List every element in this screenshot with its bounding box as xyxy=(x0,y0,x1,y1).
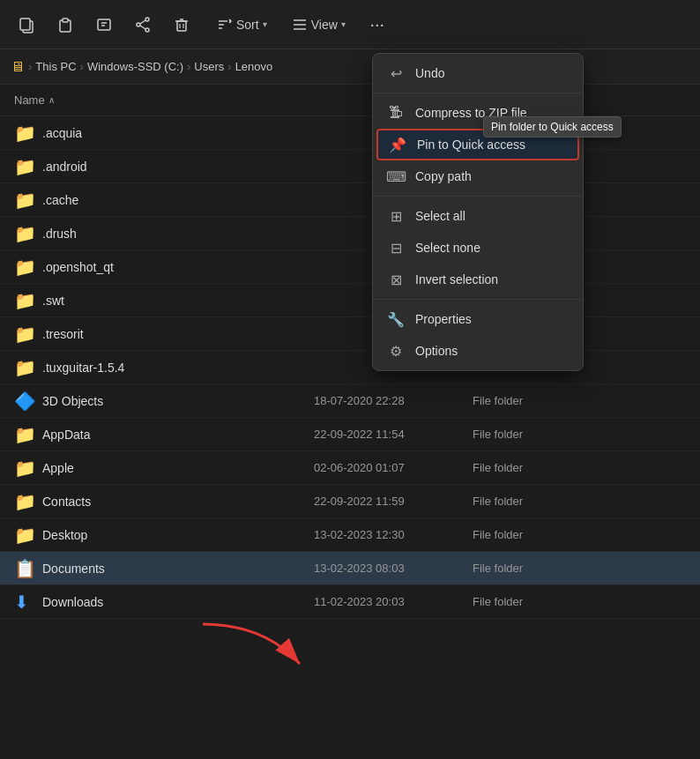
file-name-cell: 📁 Contacts xyxy=(14,491,314,512)
rename-button[interactable] xyxy=(88,9,120,41)
menu-label-pin: Pin to Quick access xyxy=(417,138,525,152)
toolbar: Sort ▾ View ▾ ··· xyxy=(0,0,700,49)
file-type: File folder xyxy=(473,528,686,541)
file-type: File folder xyxy=(473,394,686,407)
sort-label: Sort xyxy=(236,18,259,32)
file-name-cell: 📁 .openshot_qt xyxy=(14,257,314,278)
svg-rect-4 xyxy=(98,19,110,30)
file-name-cell: 📁 Desktop xyxy=(14,525,314,546)
breadcrumb-windows-ssd[interactable]: Windows-SSD (C:) xyxy=(87,60,183,73)
more-options-button[interactable]: ··· xyxy=(361,9,393,41)
file-name-cell: 📁 AppData xyxy=(14,424,314,445)
file-name-cell: 📁 .swt xyxy=(14,290,314,311)
file-name-cell: 🔷 3D Objects xyxy=(14,391,314,412)
context-menu: ↩Undo🗜Compress to ZIP file📌Pin to Quick … xyxy=(372,53,584,371)
file-name-cell: 📋 Documents xyxy=(14,558,314,579)
menu-item-options[interactable]: ⚙Options xyxy=(373,335,583,367)
file-date: 13-02-2023 08:03 xyxy=(314,562,473,575)
list-header: Name ∧ xyxy=(0,85,700,116)
file-name-cell: 📁 .acquia xyxy=(14,123,314,144)
menu-icon-undo: ↩ xyxy=(387,64,405,82)
sort-chevron-icon: ▾ xyxy=(263,19,267,29)
view-button[interactable]: View ▾ xyxy=(283,13,354,36)
file-name: Desktop xyxy=(42,528,87,542)
menu-icon-select_all: ⊞ xyxy=(387,207,405,225)
file-row[interactable]: 📁 .swt xyxy=(0,284,700,317)
file-date: 18-07-2020 22:28 xyxy=(314,394,473,407)
menu-icon-select_none: ⊟ xyxy=(387,239,405,257)
svg-line-10 xyxy=(140,20,145,24)
red-arrow-indicator xyxy=(159,615,353,688)
file-name: .drush xyxy=(42,227,77,241)
file-row[interactable]: ⬇ Downloads 11-02-2023 20:03 File folder xyxy=(0,585,700,619)
file-date: 02-06-2020 01:07 xyxy=(314,461,473,474)
menu-label-options: Options xyxy=(415,344,458,358)
file-name: AppData xyxy=(42,428,90,442)
menu-label-properties: Properties xyxy=(415,312,472,326)
file-name-cell: ⬇ Downloads xyxy=(14,592,314,613)
svg-point-7 xyxy=(145,18,149,21)
share-button[interactable] xyxy=(127,9,159,41)
breadcrumb-users[interactable]: Users xyxy=(194,60,224,73)
svg-rect-3 xyxy=(63,19,68,22)
copy-button[interactable] xyxy=(11,9,42,41)
svg-rect-1 xyxy=(20,19,30,30)
file-name: .tresorit xyxy=(42,327,84,341)
view-label: View xyxy=(311,18,338,32)
file-icon: 📁 xyxy=(14,156,35,177)
breadcrumb-lenovo[interactable]: Lenovo xyxy=(235,60,273,73)
file-icon: 📁 xyxy=(14,424,35,445)
menu-icon-properties: 🔧 xyxy=(387,310,405,328)
menu-icon-compress: 🗜 xyxy=(387,104,405,122)
file-name: .openshot_qt xyxy=(42,260,114,274)
file-icon: ⬇ xyxy=(14,592,35,613)
file-icon: 📁 xyxy=(14,123,35,144)
file-name: .cache xyxy=(42,193,78,207)
file-row[interactable]: 📁 .tuxguitar-1.5.4 xyxy=(0,351,700,384)
menu-item-undo[interactable]: ↩Undo xyxy=(373,57,583,89)
menu-label-select_none: Select none xyxy=(415,241,480,255)
menu-label-select_all: Select all xyxy=(415,209,465,223)
file-row[interactable]: 📁 .openshot_qt xyxy=(0,250,700,284)
file-type: File folder xyxy=(473,562,686,575)
menu-divider xyxy=(373,299,583,300)
file-name: Contacts xyxy=(42,495,91,509)
delete-button[interactable] xyxy=(166,9,197,41)
menu-item-select_all[interactable]: ⊞Select all xyxy=(373,200,583,232)
name-column-header[interactable]: Name ∧ xyxy=(14,93,314,107)
file-name: .acquia xyxy=(42,126,82,140)
file-row[interactable]: 📁 Desktop 13-02-2023 12:30 File folder xyxy=(0,518,700,552)
file-type: File folder xyxy=(473,595,686,608)
file-row[interactable]: 📁 .cache xyxy=(0,183,700,217)
file-type: File folder xyxy=(473,428,686,441)
file-row[interactable]: 📁 Contacts 22-09-2022 11:59 File folder xyxy=(0,485,700,518)
file-row[interactable]: 📁 Apple 02-06-2020 01:07 File folder xyxy=(0,451,700,485)
view-chevron-icon: ▾ xyxy=(341,19,346,29)
menu-item-properties[interactable]: 🔧Properties xyxy=(373,303,583,335)
breadcrumb-this-pc[interactable]: This PC xyxy=(35,60,76,73)
menu-item-invert[interactable]: ⊠Invert selection xyxy=(373,264,583,295)
file-row[interactable]: 📁 AppData 22-09-2022 11:54 File folder xyxy=(0,418,700,451)
file-icon: 📁 xyxy=(14,190,35,211)
file-icon: 📁 xyxy=(14,324,35,345)
svg-rect-12 xyxy=(177,21,186,31)
menu-divider xyxy=(373,196,583,197)
file-name-cell: 📁 .tuxguitar-1.5.4 xyxy=(14,357,314,378)
file-name: Downloads xyxy=(42,595,103,609)
file-row[interactable]: 📁 .tresorit xyxy=(0,317,700,351)
file-icon: 📁 xyxy=(14,257,35,278)
sort-indicator: ∧ xyxy=(48,95,55,105)
file-row[interactable]: 🔷 3D Objects 18-07-2020 22:28 File folde… xyxy=(0,384,700,418)
menu-item-select_none[interactable]: ⊟Select none xyxy=(373,232,583,264)
file-name-cell: 📁 .drush xyxy=(14,223,314,244)
sort-button[interactable]: Sort ▾ xyxy=(208,13,276,36)
file-date: 11-02-2023 20:03 xyxy=(314,595,473,608)
file-row[interactable]: 📁 .drush xyxy=(0,217,700,250)
file-name-cell: 📁 .android xyxy=(14,156,314,177)
paste-button[interactable] xyxy=(49,9,81,41)
file-row[interactable]: 📁 .android xyxy=(0,150,700,183)
breadcrumb: 🖥 › This PC › Windows-SSD (C:) › Users ›… xyxy=(0,49,700,85)
file-row[interactable]: 📋 Documents 13-02-2023 08:03 File folder xyxy=(0,552,700,585)
menu-item-copy_path[interactable]: ⌨Copy path xyxy=(373,160,583,192)
menu-icon-pin: 📌 xyxy=(389,136,406,153)
